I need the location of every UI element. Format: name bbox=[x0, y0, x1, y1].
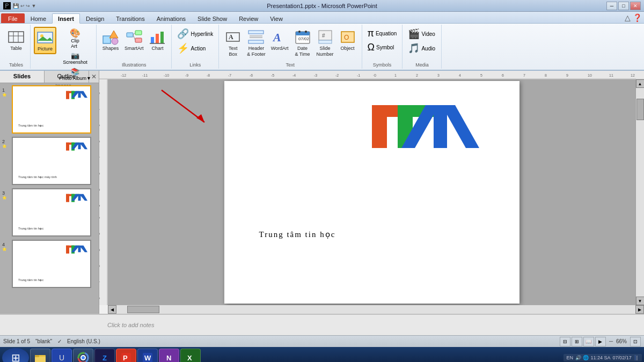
slide-img-1: Trung tâm tin học bbox=[12, 85, 91, 134]
photoalbum-icon: 📚 bbox=[71, 68, 79, 76]
table-button[interactable]: Table bbox=[5, 27, 27, 53]
tab-view[interactable]: View bbox=[264, 13, 289, 23]
show-desktop-btn[interactable]: | bbox=[635, 355, 639, 360]
svg-text:-2: -2 bbox=[335, 73, 339, 77]
svg-text:-6: -6 bbox=[99, 124, 100, 128]
svg-text:7: 7 bbox=[523, 73, 525, 77]
taskbar-excel[interactable]: X bbox=[180, 349, 201, 362]
tab-transitions[interactable]: Transitions bbox=[110, 13, 150, 23]
horizontal-scrollbar: ◀ ▶ bbox=[108, 305, 644, 314]
slide-thumb-2[interactable]: 2 ⭐ Trung tâm tin học máy tính bbox=[2, 137, 97, 185]
scroll-track-h[interactable] bbox=[116, 305, 635, 314]
svg-text:A: A bbox=[229, 33, 233, 41]
svg-text:P: P bbox=[123, 354, 128, 362]
slide-thumb-1[interactable]: 1 ⭐ Trung tâm tin học bbox=[2, 85, 97, 134]
clipart-button[interactable]: 🎨 ClipArt bbox=[57, 27, 93, 50]
video-icon: 🎬 bbox=[408, 28, 420, 40]
theme-name: "blank" bbox=[35, 338, 52, 344]
normal-view-btn[interactable]: ⊟ bbox=[560, 337, 570, 346]
svg-rect-0 bbox=[9, 32, 24, 42]
object-button[interactable]: O Object bbox=[337, 27, 358, 53]
zoom-fit-btn[interactable]: ⊡ bbox=[630, 337, 641, 346]
ribbon-group-links: 🔗 Hyperlink ⚡ Action Links bbox=[172, 25, 219, 69]
taskbar-word[interactable]: W bbox=[137, 349, 158, 362]
chart-label: Chart bbox=[151, 46, 163, 51]
slide-thumb-4[interactable]: 4 ⭐ Trung tâm tin học bbox=[2, 240, 97, 288]
scroll-down-btn[interactable]: ▼ bbox=[636, 297, 645, 305]
tab-review[interactable]: Review bbox=[233, 13, 264, 23]
taskbar-chrome[interactable] bbox=[73, 349, 93, 362]
textbox-button[interactable]: A TextBox bbox=[222, 27, 244, 59]
canvas-area: Trung tâm tin học bbox=[108, 79, 635, 305]
tab-insert[interactable]: Insert bbox=[52, 13, 80, 24]
taskbar: ⊞ U Z P W N bbox=[0, 347, 644, 362]
minimize-btn[interactable]: ─ bbox=[606, 2, 617, 10]
tab-design[interactable]: Design bbox=[80, 13, 110, 23]
scroll-left-btn[interactable]: ◀ bbox=[108, 305, 116, 314]
video-button[interactable]: 🎬 Video bbox=[406, 27, 438, 41]
action-button[interactable]: ⚡ Action bbox=[175, 41, 215, 55]
start-button[interactable]: ⊞ bbox=[2, 348, 29, 362]
slidenumber-button[interactable]: # SlideNumber bbox=[314, 27, 336, 59]
ribbon-group-images: Picture 🎨 ClipArt 📷 Screenshot 📚 Photo A… bbox=[31, 25, 97, 69]
hyperlink-button[interactable]: 🔗 Hyperlink bbox=[175, 27, 215, 41]
chart-button[interactable]: Chart bbox=[147, 27, 168, 53]
svg-text:-1: -1 bbox=[357, 73, 360, 77]
svg-line-14 bbox=[133, 35, 135, 40]
lang-indicator: EN bbox=[567, 355, 574, 360]
taskbar-explorer[interactable] bbox=[30, 349, 50, 362]
taskbar-zalo[interactable]: Z bbox=[94, 349, 115, 362]
arrow-annotation bbox=[156, 85, 221, 129]
svg-marker-8 bbox=[109, 31, 118, 38]
maximize-btn[interactable]: □ bbox=[618, 2, 629, 10]
hyperlink-icon: 🔗 bbox=[177, 28, 189, 40]
taskbar-powerpoint[interactable]: P bbox=[116, 349, 136, 362]
smartart-button[interactable]: SmartArt bbox=[122, 27, 146, 53]
tab-animations[interactable]: Animations bbox=[151, 13, 192, 23]
svg-rect-4 bbox=[38, 32, 53, 43]
tab-home[interactable]: Home bbox=[25, 13, 52, 23]
tab-slideshow[interactable]: Slide Show bbox=[192, 13, 233, 23]
scroll-up-btn[interactable]: ▲ bbox=[636, 79, 645, 88]
scroll-thumb-v[interactable] bbox=[636, 99, 644, 120]
slide-canvas[interactable]: Trung tâm tin học bbox=[224, 81, 519, 304]
taskbar-onenote[interactable]: N bbox=[159, 349, 179, 362]
audio-button[interactable]: 🎵 Audio bbox=[406, 41, 438, 55]
scroll-track-v[interactable] bbox=[636, 88, 644, 297]
svg-point-111 bbox=[82, 356, 85, 359]
slide-thumb-3[interactable]: 3 ⭐ Trung tâm tin học bbox=[2, 188, 97, 237]
slideshow-view-btn[interactable]: ▶ bbox=[595, 337, 606, 346]
hyperlink-label: Hyperlink bbox=[191, 31, 213, 37]
taskbar-notepad[interactable]: U bbox=[52, 349, 72, 362]
scroll-thumb-h[interactable] bbox=[127, 306, 159, 313]
datetime-button[interactable]: 07/02 Date& Time bbox=[292, 27, 313, 59]
wordart-button[interactable]: A WordArt bbox=[269, 27, 291, 53]
language: English (U.S.) bbox=[67, 338, 100, 344]
equation-button[interactable]: π Equation bbox=[365, 27, 399, 40]
symbol-button[interactable]: Ω Symbol bbox=[365, 41, 399, 54]
photoalbum-button[interactable]: 📚 Photo Album▼ bbox=[57, 67, 93, 82]
slide-img-2: Trung tâm tin học máy tính bbox=[12, 137, 91, 185]
clipart-icon: 🎨 bbox=[70, 28, 80, 38]
screenshot-icon: 📷 bbox=[71, 51, 79, 60]
scroll-right-btn[interactable]: ▶ bbox=[635, 305, 644, 314]
object-icon: O bbox=[339, 28, 356, 46]
action-icon: ⚡ bbox=[177, 42, 189, 54]
shapes-button[interactable]: Shapes bbox=[100, 27, 121, 53]
svg-text:-5: -5 bbox=[99, 141, 100, 144]
svg-text:-7: -7 bbox=[99, 108, 100, 112]
equation-icon: π bbox=[368, 28, 374, 39]
svg-text:07/02: 07/02 bbox=[298, 36, 310, 41]
slide-img-4: Trung tâm tin học bbox=[12, 240, 91, 288]
close-btn[interactable]: ✕ bbox=[630, 2, 641, 10]
notes-area[interactable]: Click to add notes bbox=[0, 314, 644, 335]
reading-view-btn[interactable]: 📖 bbox=[583, 337, 594, 346]
svg-rect-17 bbox=[160, 32, 164, 43]
headerfooter-button[interactable]: Header& Footer bbox=[245, 27, 268, 59]
tab-file[interactable]: File bbox=[1, 13, 25, 23]
slide-sorter-btn[interactable]: ⊞ bbox=[572, 337, 582, 346]
screenshot-button[interactable]: 📷 Screenshot bbox=[57, 50, 93, 66]
object-label: Object bbox=[341, 46, 355, 51]
svg-text:-5: -5 bbox=[271, 73, 274, 77]
picture-button[interactable]: Picture bbox=[34, 27, 56, 54]
